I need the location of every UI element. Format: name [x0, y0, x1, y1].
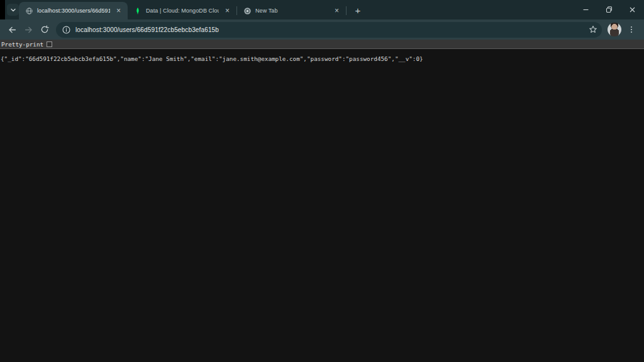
tab-search-button[interactable] — [7, 4, 19, 16]
star-icon — [589, 25, 597, 34]
tab-title: New Tab — [255, 8, 328, 14]
browser-menu-button[interactable] — [624, 22, 639, 37]
restore-button[interactable] — [597, 0, 621, 19]
window-controls — [574, 0, 644, 19]
tab-close-icon[interactable]: × — [223, 6, 232, 16]
tab-new-tab[interactable]: New Tab × — [237, 2, 346, 19]
site-info-icon[interactable] — [62, 25, 71, 35]
tab-localhost-users[interactable]: localhost:3000/users/66d591f2 × — [19, 2, 128, 19]
pretty-print-label: Pretty-print — [1, 41, 43, 48]
minimize-button[interactable] — [574, 0, 597, 19]
close-window-button[interactable] — [621, 0, 644, 19]
kebab-menu-icon — [627, 25, 636, 34]
forward-icon — [24, 25, 33, 35]
chromium-icon — [243, 6, 252, 15]
json-response-body: {"_id":"66d591f22cb5ebcb3efa615b","name"… — [1, 55, 644, 62]
back-button[interactable] — [4, 21, 20, 38]
forward-button[interactable] — [20, 21, 36, 38]
reload-icon — [40, 25, 49, 34]
tab-title: Data | Cloud: MongoDB Cloud — [146, 8, 219, 14]
url-text: localhost:3000/users/66d591f22cb5ebcb3ef… — [75, 26, 586, 33]
bookmark-star-button[interactable] — [586, 23, 600, 36]
address-bar[interactable]: localhost:3000/users/66d591f22cb5ebcb3ef… — [56, 22, 602, 38]
tab-title: localhost:3000/users/66d591f2 — [37, 8, 110, 14]
pretty-print-bar: Pretty-print — [0, 40, 644, 49]
reload-button[interactable] — [36, 21, 53, 38]
tab-mongodb-cloud[interactable]: Data | Cloud: MongoDB Cloud × — [128, 2, 236, 19]
pretty-print-checkbox[interactable] — [47, 41, 52, 47]
globe-icon — [25, 6, 33, 15]
tab-divider — [346, 6, 347, 15]
browser-window: localhost:3000/users/66d591f2 × Data | C… — [0, 0, 644, 362]
screen-edge — [0, 0, 5, 19]
new-tab-button[interactable]: + — [350, 3, 365, 18]
restore-icon — [606, 6, 613, 13]
tab-close-icon[interactable]: × — [332, 6, 341, 16]
profile-avatar[interactable] — [608, 23, 621, 36]
page-content: {"_id":"66d591f22cb5ebcb3efa615b","name"… — [0, 49, 644, 362]
back-icon — [8, 25, 17, 35]
mongodb-leaf-icon — [133, 6, 142, 15]
browser-toolbar: localhost:3000/users/66d591f22cb5ebcb3ef… — [0, 19, 644, 40]
chevron-down-icon — [10, 7, 16, 13]
tab-close-icon[interactable]: × — [114, 6, 123, 16]
tab-strip: localhost:3000/users/66d591f2 × Data | C… — [0, 0, 644, 19]
minimize-icon — [582, 6, 589, 13]
close-icon — [629, 6, 636, 13]
